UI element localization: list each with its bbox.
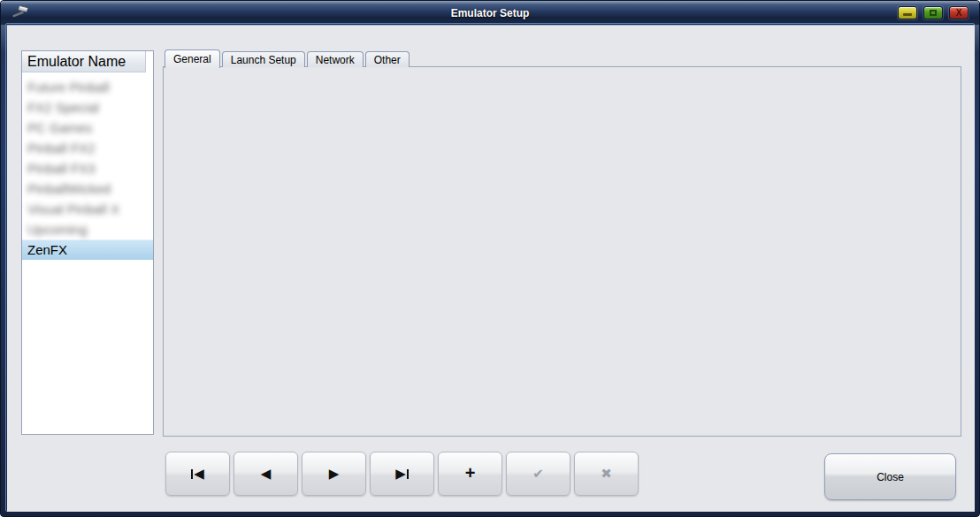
list-item[interactable]: Upcoming	[22, 219, 153, 239]
last-record-button[interactable]: ▶	[370, 452, 434, 496]
list-item[interactable]: FX2 Special	[22, 97, 153, 118]
x-mark-icon: ✖	[601, 466, 612, 482]
record-navigator: ◀ ◀ ▶ ▶ + ✔ ✖	[165, 452, 639, 496]
checkmark-icon: ✔	[532, 466, 544, 482]
emulator-list-items: Future Pinball FX2 Special PC Games Pinb…	[22, 72, 153, 260]
post-edit-button[interactable]: ✔	[506, 452, 570, 496]
list-item[interactable]: Visual Pinball X	[22, 199, 153, 219]
close-button[interactable]: Close	[824, 453, 956, 500]
list-item[interactable]: Pinball FX3	[22, 158, 153, 179]
minimize-icon	[903, 13, 912, 16]
prior-record-icon: ◀	[261, 466, 272, 482]
cancel-edit-button[interactable]: ✖	[574, 452, 639, 496]
next-record-icon: ▶	[329, 466, 340, 482]
first-record-button[interactable]: ◀	[165, 452, 230, 496]
prior-record-button[interactable]: ◀	[234, 452, 298, 496]
tab-network[interactable]: Network	[307, 51, 364, 67]
plus-icon: +	[465, 463, 476, 483]
maximize-button[interactable]	[923, 6, 943, 19]
close-window-button[interactable]: X	[949, 6, 969, 19]
minimize-button[interactable]	[898, 6, 917, 19]
list-item[interactable]: Future Pinball	[22, 77, 153, 97]
maximize-icon	[930, 10, 937, 16]
close-icon: X	[956, 9, 962, 18]
tab-panel-general	[163, 66, 961, 437]
dialog-client-area: Emulator Name Future Pinball FX2 Special…	[7, 25, 975, 512]
list-item[interactable]: Pinball FX2	[22, 138, 153, 158]
list-item[interactable]: PinballWicked	[22, 179, 153, 199]
next-record-button[interactable]: ▶	[302, 452, 366, 496]
emulator-setup-window: Emulator Setup X Emulator Name Future Pi…	[0, 0, 980, 517]
tab-general[interactable]: General	[165, 49, 220, 68]
emulator-name-column-header[interactable]: Emulator Name	[22, 51, 146, 72]
window-title: Emulator Setup	[1, 7, 979, 19]
list-item-selected[interactable]: ZenFX	[22, 239, 153, 260]
list-item[interactable]: PC Games	[22, 118, 153, 138]
insert-record-button[interactable]: +	[438, 452, 502, 496]
first-record-icon: ◀	[191, 466, 204, 482]
tab-other[interactable]: Other	[365, 51, 410, 67]
window-controls: X	[898, 6, 969, 19]
title-bar: Emulator Setup X	[1, 1, 979, 25]
emulator-list: Emulator Name Future Pinball FX2 Special…	[21, 50, 154, 435]
tab-bar: General Launch Setup Network Other	[165, 49, 410, 67]
emulator-list-header: Emulator Name	[22, 51, 153, 72]
tab-launch-setup[interactable]: Launch Setup	[222, 51, 305, 67]
close-button-label: Close	[877, 471, 904, 483]
last-record-icon: ▶	[395, 466, 409, 482]
